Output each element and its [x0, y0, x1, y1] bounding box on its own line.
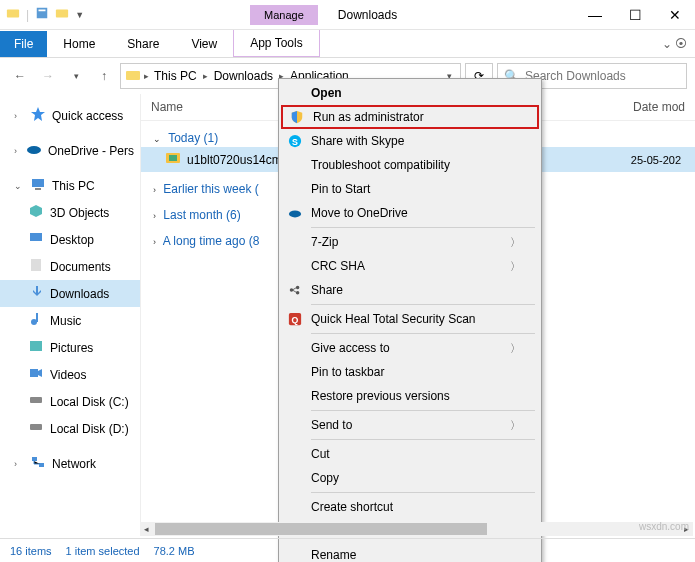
close-button[interactable]: ✕ [655, 0, 695, 30]
svg-rect-0 [7, 10, 19, 18]
chevron-right-icon: › [14, 111, 24, 121]
ctx-share-with-skype[interactable]: S Share with Skype [281, 129, 539, 153]
svg-rect-2 [39, 10, 46, 12]
svg-marker-5 [31, 107, 45, 121]
separator [311, 492, 535, 493]
maximize-button[interactable]: ☐ [615, 0, 655, 30]
tab-app-tools[interactable]: App Tools [233, 30, 319, 57]
ctx-7zip[interactable]: 7-Zip〉 [281, 230, 539, 254]
sidebar-music[interactable]: Music [0, 307, 140, 334]
disk-icon [28, 392, 44, 411]
folder-icon [6, 6, 20, 23]
ribbon-expand-icon[interactable]: ⌄ ⦿ [654, 37, 695, 51]
ctx-pin-to-taskbar[interactable]: Pin to taskbar [281, 360, 539, 384]
back-button[interactable]: ← [8, 64, 32, 88]
status-selected: 1 item selected [66, 545, 140, 557]
tab-home[interactable]: Home [47, 31, 111, 57]
forward-button[interactable]: → [36, 64, 60, 88]
svg-rect-1 [37, 8, 48, 19]
tab-view[interactable]: View [175, 31, 233, 57]
svg-rect-3 [56, 10, 68, 18]
sidebar-local-disk-d[interactable]: Local Disk (D:) [0, 415, 140, 442]
folder-icon[interactable] [55, 6, 69, 23]
ctx-move-to-onedrive[interactable]: Move to OneDrive [281, 201, 539, 225]
navigation-pane: › Quick access › OneDrive - Pers ⌄ This … [0, 94, 140, 534]
file-name: u1blt0720us14cmp [187, 153, 288, 167]
ctx-create-shortcut[interactable]: Create shortcut [281, 495, 539, 519]
ctx-send-to[interactable]: Send to〉 [281, 413, 539, 437]
contextual-tab-label: Manage [250, 5, 318, 25]
qat-dropdown-icon[interactable]: ▼ [75, 10, 84, 20]
status-size: 78.2 MB [154, 545, 195, 557]
network-icon [30, 454, 46, 473]
documents-icon [28, 257, 44, 276]
sidebar-quick-access[interactable]: › Quick access [0, 102, 140, 129]
chevron-down-icon: ⌄ [14, 181, 24, 191]
desktop-icon [28, 230, 44, 249]
pictures-icon [28, 338, 44, 357]
sidebar-downloads[interactable]: Downloads [0, 280, 140, 307]
chevron-right-icon: › [14, 146, 20, 156]
svg-rect-14 [30, 341, 42, 351]
column-date[interactable]: Date mod [625, 100, 685, 114]
ctx-share[interactable]: Share [281, 278, 539, 302]
svg-point-25 [289, 210, 301, 217]
svg-rect-15 [30, 369, 38, 377]
ctx-restore-previous-versions[interactable]: Restore previous versions [281, 384, 539, 408]
ctx-run-as-administrator[interactable]: Run as administrator [281, 105, 539, 129]
videos-icon [28, 365, 44, 384]
cloud-icon [287, 205, 303, 221]
svg-rect-11 [31, 259, 41, 271]
breadcrumb-downloads[interactable]: Downloads [212, 69, 275, 83]
svg-text:Q: Q [292, 315, 299, 325]
horizontal-scrollbar[interactable]: ◂ ▸ [140, 522, 693, 536]
ctx-quick-heal-scan[interactable]: Q Quick Heal Total Security Scan [281, 307, 539, 331]
separator [311, 304, 535, 305]
ctx-copy[interactable]: Copy [281, 466, 539, 490]
sidebar-videos[interactable]: Videos [0, 361, 140, 388]
svg-rect-13 [36, 313, 38, 322]
svg-rect-10 [30, 233, 42, 241]
chevron-right-icon: ▸ [201, 71, 210, 81]
star-icon [30, 106, 46, 125]
svg-rect-17 [30, 397, 42, 403]
svg-rect-7 [32, 179, 44, 187]
scrollbar-thumb[interactable] [155, 523, 487, 535]
minimize-button[interactable]: — [575, 0, 615, 30]
tab-share[interactable]: Share [111, 31, 175, 57]
svg-marker-9 [30, 205, 42, 217]
sidebar-documents[interactable]: Documents [0, 253, 140, 280]
scroll-left-icon[interactable]: ◂ [140, 524, 153, 534]
ctx-cut[interactable]: Cut [281, 442, 539, 466]
svg-rect-22 [169, 155, 177, 161]
svg-point-6 [27, 146, 41, 154]
svg-marker-16 [38, 369, 42, 377]
chevron-right-icon: 〉 [510, 418, 521, 433]
ctx-give-access-to[interactable]: Give access to〉 [281, 336, 539, 360]
recent-locations-dropdown[interactable]: ▾ [64, 64, 88, 88]
ctx-crc-sha[interactable]: CRC SHA〉 [281, 254, 539, 278]
computer-icon [30, 176, 46, 195]
skype-icon: S [287, 133, 303, 149]
svg-text:S: S [292, 137, 298, 147]
qat-properties-icon[interactable] [35, 6, 49, 23]
music-icon [28, 311, 44, 330]
sidebar-local-disk-c[interactable]: Local Disk (C:) [0, 388, 140, 415]
sidebar-desktop[interactable]: Desktop [0, 226, 140, 253]
sidebar-3d-objects[interactable]: 3D Objects [0, 199, 140, 226]
sidebar-network[interactable]: › Network [0, 450, 140, 477]
sidebar-this-pc[interactable]: ⌄ This PC [0, 172, 140, 199]
separator [311, 227, 535, 228]
up-button[interactable]: ↑ [92, 64, 116, 88]
ctx-pin-to-start[interactable]: Pin to Start [281, 177, 539, 201]
sidebar-onedrive[interactable]: › OneDrive - Pers [0, 137, 140, 164]
ctx-troubleshoot-compatibility[interactable]: Troubleshoot compatibility [281, 153, 539, 177]
sidebar-pictures[interactable]: Pictures [0, 334, 140, 361]
chevron-down-icon: ⌄ [153, 134, 161, 144]
file-tab[interactable]: File [0, 31, 47, 57]
svg-rect-4 [126, 71, 140, 80]
breadcrumb-this-pc[interactable]: This PC [152, 69, 199, 83]
chevron-right-icon: › [153, 237, 156, 247]
ctx-open[interactable]: Open [281, 81, 539, 105]
context-menu: Open Run as administrator S Share with S… [278, 78, 542, 562]
